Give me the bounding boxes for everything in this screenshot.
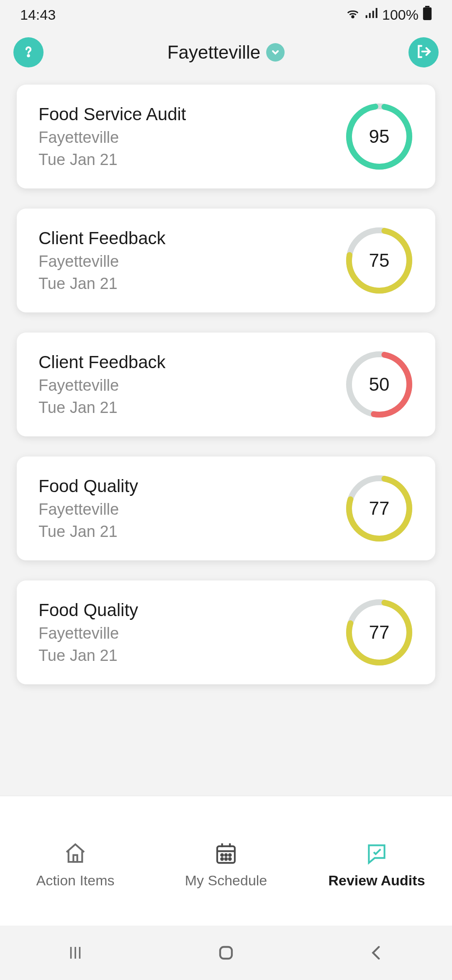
audit-card[interactable]: Food Quality Fayetteville Tue Jan 21 77	[17, 456, 435, 560]
audit-title: Food Quality	[39, 476, 138, 496]
logout-icon	[415, 43, 432, 62]
audit-title: Food Service Audit	[39, 104, 186, 124]
system-nav	[0, 926, 452, 980]
score-ring: 75	[345, 226, 413, 295]
status-battery-text: 100%	[382, 7, 419, 23]
audit-location: Fayetteville	[39, 624, 138, 642]
svg-rect-18	[73, 855, 77, 862]
audit-location: Fayetteville	[39, 129, 186, 147]
status-bar: 14:43 100%	[0, 0, 452, 29]
audit-card[interactable]: Client Feedback Fayetteville Tue Jan 21 …	[17, 333, 435, 436]
score-value: 77	[345, 598, 413, 667]
score-ring: 50	[345, 350, 413, 419]
score-value: 77	[345, 474, 413, 543]
header-title: Fayetteville	[167, 42, 261, 63]
location-dropdown[interactable]: Fayetteville	[167, 42, 285, 63]
audit-card-text: Food Quality Fayetteville Tue Jan 21	[39, 476, 138, 541]
audit-date: Tue Jan 21	[39, 151, 186, 169]
audit-date: Tue Jan 21	[39, 399, 166, 417]
chevron-down-icon	[266, 43, 285, 62]
audit-card-text: Client Feedback Fayetteville Tue Jan 21	[39, 352, 166, 417]
score-ring: 77	[345, 474, 413, 543]
recents-button[interactable]	[63, 940, 88, 965]
svg-rect-32	[220, 947, 232, 959]
audit-location: Fayetteville	[39, 377, 166, 395]
audit-date: Tue Jan 21	[39, 523, 138, 541]
bottom-nav: Action Items My Schedule Review Audits	[0, 796, 452, 926]
status-right: 100%	[345, 5, 432, 24]
svg-rect-3	[372, 11, 374, 18]
svg-point-26	[221, 858, 223, 860]
nav-item-review-audits[interactable]: Review Audits	[302, 841, 451, 889]
score-ring: 95	[345, 102, 413, 171]
home-button[interactable]	[213, 940, 239, 965]
audit-card[interactable]: Client Feedback Fayetteville Tue Jan 21 …	[17, 209, 435, 312]
svg-point-0	[352, 16, 354, 18]
svg-point-7	[28, 55, 29, 56]
nav-item-action-items[interactable]: Action Items	[1, 841, 150, 889]
audit-title: Client Feedback	[39, 352, 166, 372]
audit-title: Food Quality	[39, 600, 138, 620]
logout-button[interactable]	[408, 37, 439, 67]
audit-location: Fayetteville	[39, 500, 138, 518]
audit-title: Client Feedback	[39, 228, 166, 248]
audit-card-text: Food Service Audit Fayetteville Tue Jan …	[39, 104, 186, 169]
svg-rect-6	[423, 7, 431, 20]
svg-point-25	[229, 854, 231, 856]
svg-rect-1	[366, 15, 367, 18]
score-value: 50	[345, 350, 413, 419]
status-time: 14:43	[20, 7, 56, 23]
audit-location: Fayetteville	[39, 253, 166, 271]
audit-card-text: Food Quality Fayetteville Tue Jan 21	[39, 600, 138, 665]
score-value: 95	[345, 102, 413, 171]
audit-card[interactable]: Food Service Audit Fayetteville Tue Jan …	[17, 85, 435, 188]
help-icon	[20, 43, 37, 62]
nav-label: Action Items	[36, 872, 114, 889]
calendar-icon	[214, 841, 238, 867]
svg-point-27	[225, 858, 227, 860]
audit-card[interactable]: Food Quality Fayetteville Tue Jan 21 77	[17, 580, 435, 684]
audit-date: Tue Jan 21	[39, 275, 166, 293]
nav-label: Review Audits	[328, 872, 425, 889]
home-icon	[64, 841, 87, 867]
back-button[interactable]	[364, 940, 389, 965]
score-value: 75	[345, 226, 413, 295]
svg-point-28	[229, 858, 231, 860]
nav-item-my-schedule[interactable]: My Schedule	[152, 841, 300, 889]
score-ring: 77	[345, 598, 413, 667]
signal-icon	[365, 6, 378, 23]
svg-rect-5	[425, 6, 429, 7]
help-button[interactable]	[13, 37, 44, 67]
svg-point-24	[225, 854, 227, 856]
svg-point-23	[221, 854, 223, 856]
svg-rect-4	[376, 8, 378, 18]
nav-label: My Schedule	[185, 872, 267, 889]
battery-icon	[423, 6, 432, 23]
svg-rect-2	[369, 13, 371, 18]
audit-date: Tue Jan 21	[39, 647, 138, 665]
review-icon	[365, 841, 388, 867]
audit-card-text: Client Feedback Fayetteville Tue Jan 21	[39, 228, 166, 293]
app-header: Fayetteville	[0, 29, 452, 75]
wifi-icon	[345, 5, 360, 24]
audit-list[interactable]: Food Service Audit Fayetteville Tue Jan …	[0, 75, 452, 796]
